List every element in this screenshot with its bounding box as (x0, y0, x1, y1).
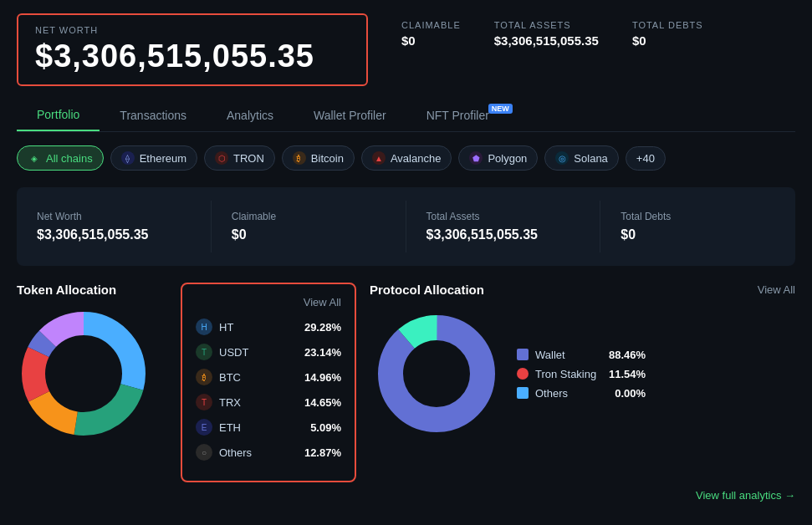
token-pct-btc: 14.96% (304, 371, 341, 384)
total-assets-value: $3,306,515,055.35 (494, 33, 599, 48)
tab-portfolio[interactable]: Portfolio (17, 99, 100, 131)
token-name-trx: TRX (219, 396, 298, 409)
token-icon-btc: ₿ (196, 369, 212, 385)
stats-total-assets-label: Total Assets (426, 211, 580, 222)
protocol-chart-wrapper: Wallet 88.46% Tron Staking 11.54% Others… (370, 307, 795, 441)
stats-card-total-assets: Total Assets $3,306,515,055.35 (406, 201, 601, 252)
token-name-btc: BTC (219, 371, 298, 384)
stats-total-debts-value: $0 (620, 227, 775, 242)
total-assets-label: TOTAL ASSETS (494, 20, 599, 30)
net-worth-value: $3,306,515,055.35 (35, 38, 350, 74)
chain-label-tron: TRON (233, 152, 264, 165)
stats-card-net-worth: Net Worth $3,306,515,055.35 (17, 201, 212, 252)
footer: View full analytics → (17, 482, 795, 502)
stats-cards: Net Worth $3,306,515,055.35 Claimable $0… (17, 187, 795, 266)
token-donut-chart (17, 307, 151, 441)
chain-label-bitcoin: Bitcoin (311, 152, 344, 165)
chain-btn-polygon[interactable]: ⬟ Polygon (458, 145, 538, 171)
tab-wallet-profiler[interactable]: Wallet Profiler (294, 100, 406, 130)
new-badge: NEW (488, 104, 513, 114)
claimable-value: $0 (401, 33, 461, 48)
token-name-ht: HT (219, 321, 298, 334)
token-list-card: View All H HT 29.28% T USDT 23.14% ₿ BTC… (181, 283, 356, 482)
token-icon-trx: T (196, 394, 212, 410)
header-section: NET WORTH $3,306,515,055.35 CLAIMABLE $0… (17, 13, 795, 86)
legend-dot-tron-staking (517, 368, 529, 380)
token-pct-usdt: 23.14% (304, 346, 341, 359)
chain-label-solana: Solana (574, 152, 607, 165)
token-name-eth: ETH (219, 421, 304, 434)
legend-pct-tron-staking: 11.54% (609, 368, 646, 380)
protocol-allocation-title: Protocol Allocation (370, 283, 484, 297)
chain-label-avalanche: Avalanche (391, 152, 441, 165)
chain-btn-avalanche[interactable]: ▲ Avalanche (361, 145, 452, 171)
token-icon-eth: E (196, 419, 212, 436)
chain-label-polygon: Polygon (488, 152, 527, 165)
tab-analytics[interactable]: Analytics (207, 100, 294, 130)
claimable-stat: CLAIMABLE $0 (401, 20, 461, 48)
view-analytics-link[interactable]: View full analytics → (696, 489, 795, 502)
token-icon-ht: H (196, 319, 212, 335)
polygon-icon: ⬟ (469, 151, 483, 165)
legend-dot-others (517, 387, 529, 399)
token-list-header: View All (196, 296, 341, 308)
token-icon-others: ○ (196, 444, 212, 461)
legend-pct-wallet: 88.46% (609, 349, 646, 361)
net-worth-box: NET WORTH $3,306,515,055.35 (17, 13, 368, 86)
stats-card-claimable: Claimable $0 (212, 201, 406, 252)
token-pct-ht: 29.28% (304, 321, 341, 334)
tab-nft-profiler[interactable]: NFT Profiler NEW (406, 100, 519, 130)
avalanche-icon: ▲ (372, 151, 386, 165)
token-row-btc: ₿ BTC 14.96% (196, 369, 341, 385)
token-view-all[interactable]: View All (304, 296, 341, 308)
stats-net-worth-label: Net Worth (37, 211, 191, 222)
token-name-usdt: USDT (219, 346, 298, 359)
token-row-ht: H HT 29.28% (196, 319, 341, 335)
chain-btn-more[interactable]: +40 (626, 146, 666, 171)
token-name-others: Others (219, 446, 298, 459)
chain-btn-ethereum[interactable]: ⟠ Ethereum (110, 145, 197, 171)
token-allocation-title: Token Allocation (17, 283, 167, 297)
stats-claimable-value: $0 (232, 227, 386, 242)
protocol-legend: Wallet 88.46% Tron Staking 11.54% Others… (517, 349, 646, 400)
legend-item-tron-staking: Tron Staking 11.54% (517, 368, 646, 380)
legend-name-others: Others (535, 387, 608, 400)
svg-point-6 (391, 328, 483, 420)
legend-dot-wallet (517, 349, 529, 360)
chain-label-all: All chains (46, 152, 93, 165)
solana-icon: ◎ (555, 151, 569, 165)
ethereum-icon: ⟠ (121, 151, 135, 165)
token-row-usdt: T USDT 23.14% (196, 344, 341, 360)
chain-btn-bitcoin[interactable]: ₿ Bitcoin (282, 145, 355, 171)
tab-transactions[interactable]: Transactions (100, 100, 207, 130)
stats-total-assets-value: $3,306,515,055.35 (426, 227, 580, 242)
stats-total-debts-label: Total Debts (620, 211, 775, 222)
stats-claimable-label: Claimable (232, 211, 386, 222)
chain-btn-tron[interactable]: ⬡ TRON (204, 145, 275, 171)
legend-item-wallet: Wallet 88.46% (517, 349, 646, 361)
legend-name-wallet: Wallet (535, 349, 602, 361)
header-stats: CLAIMABLE $0 TOTAL ASSETS $3,306,515,055… (401, 13, 703, 48)
chain-btn-solana[interactable]: ◎ Solana (544, 145, 618, 171)
bitcoin-icon: ₿ (293, 151, 306, 165)
token-allocation-chart: Token Allocation (17, 283, 167, 441)
token-icon-usdt: T (196, 344, 212, 360)
chain-filter: ◈ All chains ⟠ Ethereum ⬡ TRON ₿ Bitcoin… (17, 145, 795, 171)
total-debts-value: $0 (632, 33, 703, 48)
total-assets-stat: TOTAL ASSETS $3,306,515,055.35 (494, 20, 599, 48)
token-pct-others: 12.87% (304, 446, 341, 459)
chain-label-more: +40 (636, 152, 655, 165)
stats-card-total-debts: Total Debts $0 (600, 201, 795, 252)
token-row-trx: T TRX 14.65% (196, 394, 341, 410)
chain-btn-all[interactable]: ◈ All chains (17, 145, 104, 171)
tron-icon: ⬡ (215, 151, 228, 165)
claimable-label: CLAIMABLE (401, 20, 461, 30)
token-pct-eth: 5.09% (310, 421, 341, 434)
protocol-view-all[interactable]: View All (758, 283, 795, 296)
chain-label-ethereum: Ethereum (140, 152, 186, 165)
protocol-donut-chart (370, 307, 503, 441)
legend-item-others: Others 0.00% (517, 387, 646, 400)
token-row-eth: E ETH 5.09% (196, 419, 341, 436)
total-debts-label: TOTAL DEBTS (632, 20, 703, 30)
stats-net-worth-value: $3,306,515,055.35 (37, 227, 191, 242)
